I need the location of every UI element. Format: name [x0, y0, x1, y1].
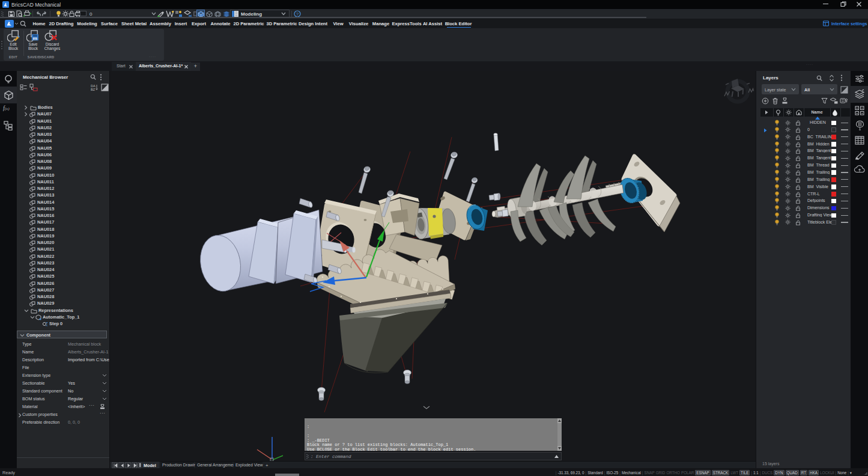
svg-text:?: ? — [296, 11, 299, 17]
